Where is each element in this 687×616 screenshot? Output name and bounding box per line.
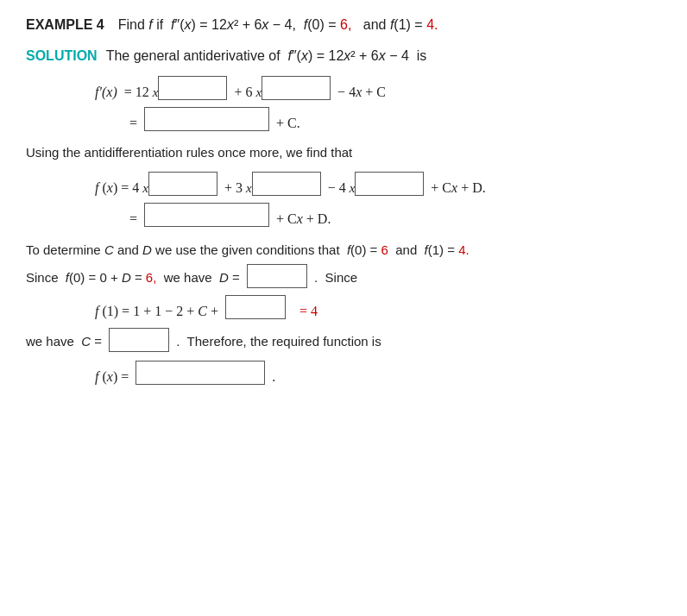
- f0-value: 6,: [340, 17, 351, 32]
- answer-box-2[interactable]: [262, 76, 331, 100]
- solution-row: SOLUTION The general antiderivative of f…: [26, 48, 661, 64]
- f1-value: 4.: [426, 17, 438, 32]
- term2-wrap: x: [255, 76, 331, 100]
- term5-wrap: x: [350, 172, 425, 196]
- fx-block: f (x) = 4 x + 3 x − 4 x + Cx + D. =: [95, 172, 661, 227]
- fprime-block: f′(x) = 12 x + 6 x − 4x + C = + C.: [95, 76, 661, 131]
- answer-box-f1[interactable]: [225, 295, 286, 319]
- answer-box-3[interactable]: [144, 107, 269, 131]
- solution-text: The general antiderivative of f″(x) = 12…: [106, 48, 427, 64]
- answer-box-final[interactable]: [136, 361, 265, 385]
- term3-wrap: x: [142, 172, 217, 196]
- fx-line2: = + Cx + D.: [129, 203, 661, 227]
- answer-box-5[interactable]: [252, 172, 321, 196]
- fprime-prefix: f′(x): [95, 85, 117, 100]
- answer-box-1[interactable]: [158, 76, 227, 100]
- paragraph2: To determine C and D we use the given co…: [26, 239, 661, 289]
- answer-box-4[interactable]: [148, 172, 217, 196]
- f1-block: f (1) = 1 + 1 − 2 + C + = 4: [95, 295, 661, 319]
- problem-text: Find f if f″(x) = 12x² + 6x − 4, f(0) = …: [118, 17, 438, 33]
- and-text: and: [363, 17, 387, 32]
- fx-line1: f (x) = 4 x + 3 x − 4 x + Cx + D.: [95, 172, 661, 196]
- final-line: f (x) = .: [95, 361, 661, 385]
- paragraph2-line1: To determine C and D we use the given co…: [26, 239, 661, 261]
- fx-prefix: f: [95, 180, 98, 196]
- term1-wrap: x: [153, 76, 228, 100]
- term4-wrap: x: [246, 172, 321, 196]
- fprime-line2: = + C.: [129, 107, 661, 131]
- paragraph2-line2: Since f(0) = 0 + D = 6, we have D = . Si…: [26, 264, 661, 288]
- p2-f1-val: 4.: [458, 242, 470, 257]
- fprime-line1: f′(x) = 12 x + 6 x − 4x + C: [95, 76, 661, 100]
- example-label: EXAMPLE 4: [26, 17, 104, 33]
- answer-box-7[interactable]: [144, 203, 269, 227]
- f1-line: f (1) = 1 + 1 − 2 + C + = 4: [95, 295, 661, 319]
- example-header: EXAMPLE 4 Find f if f″(x) = 12x² + 6x − …: [26, 17, 661, 33]
- p2-6: 6,: [146, 270, 157, 285]
- paragraph1: Using the antidifferentiation rules once…: [26, 143, 661, 163]
- p2-f0-val: 6: [381, 242, 388, 257]
- answer-box-6[interactable]: [355, 172, 424, 196]
- answer-box-D[interactable]: [247, 264, 307, 288]
- solution-label: SOLUTION: [26, 48, 98, 64]
- paragraph3: we have C = . Therefore, the required fu…: [26, 328, 661, 352]
- answer-box-C[interactable]: [109, 328, 169, 352]
- final-block: f (x) = .: [95, 361, 661, 385]
- f1-result: = 4: [299, 304, 318, 319]
